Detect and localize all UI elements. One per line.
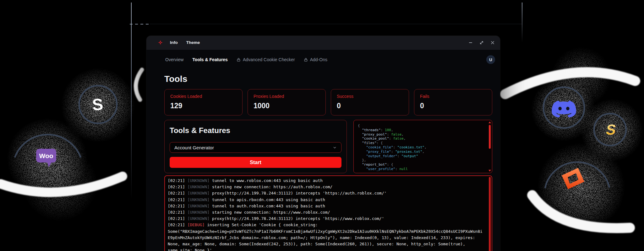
tab-tools-features[interactable]: Tools & Features — [192, 57, 228, 62]
close-icon[interactable] — [490, 40, 495, 45]
svg-text:Woo: Woo — [39, 152, 53, 159]
tool-select[interactable]: Account Generator — [170, 142, 341, 153]
log-console[interactable]: [02:21] [UNKNOWN] tunnel to www.roblox.c… — [164, 175, 492, 251]
config-code: { "threads": 100, "proxy_pool": false, "… — [354, 120, 492, 171]
stat-card-proxies-loaded: Proxies Loaded 1000 — [248, 89, 326, 115]
stat-value: 0 — [420, 102, 486, 110]
svg-text:S: S — [91, 95, 104, 114]
stat-label: Cookies Loaded — [170, 94, 237, 99]
tools-panel-title: Tools & Features — [170, 126, 341, 135]
stats-row: Cookies Loaded 129 Proxies Loaded 1000 S… — [164, 89, 492, 115]
stat-value: 0 — [337, 102, 403, 110]
config-scrollbar[interactable] — [488, 121, 491, 172]
tool-select-value: Account Generator — [174, 145, 214, 150]
avatar[interactable]: U — [486, 55, 495, 64]
stat-value: 1000 — [254, 102, 320, 110]
frame-line-top-dashes — [130, 24, 149, 24]
menu-item-info[interactable]: Info — [170, 40, 178, 45]
tab-advanced-cookie-checker[interactable]: Advanced Cookie Checker — [237, 57, 295, 62]
main-content: Tools Cookies Loaded 129 Proxies Loaded … — [146, 70, 500, 251]
start-button[interactable]: Start — [170, 157, 341, 168]
tab-overview[interactable]: Overview — [165, 57, 183, 62]
stat-label: Fails — [420, 94, 486, 99]
scroll-down-icon[interactable] — [488, 170, 491, 172]
chevron-down-icon — [333, 146, 337, 150]
swoosh-top-left — [136, 70, 142, 100]
stat-card-success: Success 0 — [331, 89, 409, 115]
scroll-up-icon[interactable] — [488, 121, 491, 123]
tab-label: Overview — [165, 57, 183, 62]
panels-row: Tools & Features Account Generator Start… — [164, 120, 492, 173]
stat-card-cookies-loaded: Cookies Loaded 129 — [164, 89, 243, 115]
stat-value: 129 — [170, 102, 237, 110]
window-controls — [468, 40, 495, 45]
stat-label: Success — [337, 94, 403, 99]
lock-icon — [237, 58, 241, 62]
frame-line-top — [150, 24, 522, 24]
menu-item-theme[interactable]: Theme — [186, 40, 200, 45]
tab-label: Add-Ons — [310, 57, 327, 62]
config-panel[interactable]: { "threads": 100, "proxy_pool": false, "… — [353, 120, 492, 173]
titlebar: Info Theme — [146, 36, 500, 50]
swap-s-logo: S — [91, 95, 104, 114]
frame-line-right — [522, 3, 522, 43]
maximize-icon[interactable] — [479, 40, 484, 45]
frame-line-left — [131, 3, 132, 200]
config-scrollbar-thumb[interactable] — [489, 125, 491, 149]
log-lines: [02:21] [UNKNOWN] tunnel to www.roblox.c… — [168, 178, 485, 251]
tab-label: Advanced Cookie Checker — [243, 57, 295, 62]
lock-icon — [304, 58, 308, 62]
console-scrollbar-thumb[interactable] — [489, 177, 491, 251]
app-logo-icon — [158, 40, 163, 45]
minimize-icon[interactable] — [468, 40, 473, 45]
app-window: Info Theme Overview Tools & Features — [146, 36, 500, 251]
stat-card-fails: Fails 0 — [414, 89, 492, 115]
tab-label: Tools & Features — [192, 57, 228, 62]
page-title: Tools — [164, 74, 492, 84]
tools-panel: Tools & Features Account Generator Start — [164, 120, 347, 173]
stat-label: Proxies Loaded — [254, 94, 320, 99]
tab-add-ons[interactable]: Add-Ons — [304, 57, 327, 62]
tabbar: Overview Tools & Features Advanced Cooki… — [146, 50, 500, 70]
